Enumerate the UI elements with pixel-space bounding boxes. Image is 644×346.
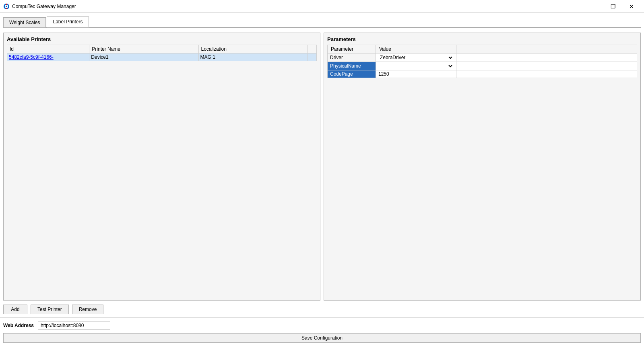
printer-name-input[interactable] bbox=[91, 54, 196, 60]
printer-id: 5482cfa9-5c9f-4166- bbox=[7, 54, 89, 61]
bottom-bar: Web Address Save Configuration bbox=[0, 317, 644, 346]
col-extra bbox=[308, 45, 316, 54]
col-localization: Localization bbox=[198, 45, 308, 54]
app-title: CompuTec Gateway Manager bbox=[12, 4, 76, 9]
web-address-label: Web Address bbox=[3, 323, 34, 328]
printers-panel-title: Available Printers bbox=[7, 36, 317, 42]
param-physical-extra bbox=[456, 62, 637, 70]
printers-panel: Available Printers Id Printer Name Local… bbox=[3, 33, 320, 301]
col-id: Id bbox=[7, 45, 89, 54]
maximize-button[interactable]: ❐ bbox=[604, 0, 622, 13]
title-bar: CompuTec Gateway Manager — ❐ ✕ bbox=[0, 0, 644, 13]
printer-table-header: Id Printer Name Localization bbox=[7, 45, 317, 54]
param-physical-name: PhysicalName bbox=[328, 62, 376, 70]
param-codepage-value[interactable] bbox=[376, 70, 456, 78]
minimize-button[interactable]: — bbox=[585, 0, 604, 13]
tab-weight-scales[interactable]: Weight Scales bbox=[3, 17, 46, 27]
app-icon bbox=[3, 3, 10, 10]
table-row[interactable]: 5482cfa9-5c9f-4166- bbox=[7, 54, 317, 61]
col-param-extra bbox=[456, 45, 637, 54]
table-row: PhysicalName bbox=[328, 62, 637, 70]
main-content: Weight Scales Label Printers Available P… bbox=[0, 13, 644, 317]
param-driver-extra bbox=[456, 54, 637, 62]
physical-name-select[interactable] bbox=[378, 63, 454, 69]
col-printer-name: Printer Name bbox=[89, 45, 198, 54]
driver-select[interactable]: ZebraDriver bbox=[378, 54, 454, 61]
web-address-input[interactable] bbox=[38, 321, 110, 330]
printer-table-container: Id Printer Name Localization 5482cfa9-5c… bbox=[7, 45, 317, 297]
add-button[interactable]: Add bbox=[3, 305, 27, 314]
param-codepage-name: CodePage bbox=[328, 70, 376, 78]
panels: Available Printers Id Printer Name Local… bbox=[3, 33, 641, 301]
buttons-row: Add Test Printer Remove bbox=[3, 305, 641, 314]
printer-localization-input[interactable] bbox=[200, 54, 306, 60]
printer-table: Id Printer Name Localization 5482cfa9-5c… bbox=[7, 45, 317, 61]
web-address-row: Web Address bbox=[3, 321, 641, 330]
params-table-header: Parameter Value bbox=[328, 45, 637, 54]
printer-name-cell bbox=[89, 54, 198, 61]
svg-rect-3 bbox=[6, 4, 7, 5]
params-table: Parameter Value Driver ZebraDriver bbox=[327, 45, 637, 78]
test-printer-button[interactable]: Test Printer bbox=[31, 305, 69, 314]
title-bar-left: CompuTec Gateway Manager bbox=[3, 3, 76, 10]
printer-localization-cell bbox=[198, 54, 308, 61]
param-driver-name: Driver bbox=[328, 54, 376, 62]
title-bar-controls: — ❐ ✕ bbox=[585, 0, 641, 13]
close-button[interactable]: ✕ bbox=[622, 0, 641, 13]
tabs: Weight Scales Label Printers bbox=[3, 16, 641, 28]
param-driver-value[interactable]: ZebraDriver bbox=[376, 54, 456, 62]
param-codepage-extra bbox=[456, 70, 637, 78]
params-panel-title: Parameters bbox=[327, 36, 637, 42]
params-panel: Parameters Parameter Value Driver bbox=[324, 33, 641, 301]
tab-label-printers[interactable]: Label Printers bbox=[47, 16, 89, 27]
codepage-input[interactable] bbox=[378, 71, 454, 77]
svg-rect-4 bbox=[6, 8, 7, 9]
table-row: Driver ZebraDriver bbox=[328, 54, 637, 62]
param-physical-value[interactable] bbox=[376, 62, 456, 70]
printer-extra-cell bbox=[308, 54, 316, 61]
remove-button[interactable]: Remove bbox=[72, 305, 104, 314]
col-parameter: Parameter bbox=[328, 45, 376, 54]
save-configuration-button[interactable]: Save Configuration bbox=[3, 333, 641, 343]
table-row: CodePage bbox=[328, 70, 637, 78]
svg-point-2 bbox=[6, 6, 7, 7]
col-value: Value bbox=[376, 45, 456, 54]
